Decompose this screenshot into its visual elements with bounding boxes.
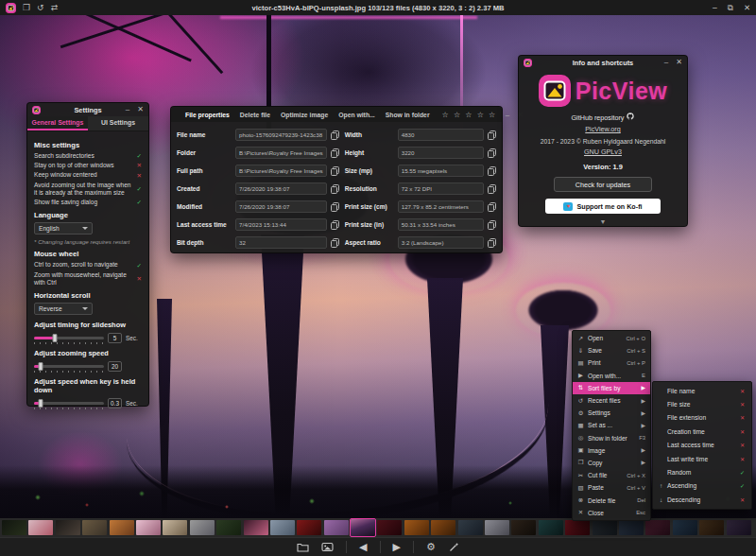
setting-toggle-row[interactable]: Keep window centered ✕ <box>34 171 142 179</box>
property-value-field[interactable]: 15.55 megapixels <box>398 165 484 177</box>
slider-value[interactable]: 5 <box>108 333 122 343</box>
copy-icon[interactable] <box>331 202 339 212</box>
toggle-state-icon[interactable]: ✓ <box>137 185 142 193</box>
open-folder-icon[interactable] <box>297 542 309 552</box>
thumbnail[interactable] <box>216 520 241 535</box>
thumbnail[interactable] <box>699 520 724 535</box>
gallery-icon[interactable]: ❐ <box>23 4 30 12</box>
context-menu-item[interactable]: ▣ Image ▶ <box>573 444 650 457</box>
copy-icon[interactable] <box>331 130 339 140</box>
setting-toggle-row[interactable]: Search subdirectories ✓ <box>34 152 142 160</box>
close-button[interactable]: ✕ <box>744 3 750 13</box>
property-value-field[interactable]: 3220 <box>398 147 484 159</box>
thumbnail[interactable] <box>377 520 402 535</box>
property-value-field[interactable]: 7/26/2020 19:38:07 <box>235 182 327 195</box>
thumbnail[interactable] <box>485 520 509 535</box>
thumbnail[interactable] <box>511 520 536 535</box>
copy-icon[interactable] <box>488 202 496 212</box>
thumbnail[interactable] <box>56 520 80 535</box>
sort-submenu-item[interactable]: Random ✓ <box>653 465 751 478</box>
slider-value[interactable]: 20 <box>108 361 122 372</box>
properties-tab[interactable]: Open with... <box>338 112 375 118</box>
slider-thumb[interactable] <box>39 362 43 371</box>
previous-button[interactable]: ◀ <box>359 542 367 552</box>
copy-icon[interactable] <box>331 148 339 158</box>
minimize-button[interactable]: – <box>126 103 129 116</box>
sort-submenu-item[interactable]: Last write time ✕ <box>653 452 751 465</box>
thumbnail[interactable] <box>645 520 670 535</box>
property-value-field[interactable]: 32 <box>235 236 327 249</box>
copy-icon[interactable] <box>331 166 339 176</box>
thumbnail[interactable] <box>28 520 53 535</box>
thumbnail[interactable] <box>163 520 187 535</box>
thumbnail[interactable] <box>539 520 563 535</box>
close-button[interactable]: ✕ <box>137 103 144 116</box>
thumbnail[interactable] <box>136 520 161 535</box>
rotate-icon[interactable]: ↺ <box>37 4 44 12</box>
sort-submenu-item[interactable]: File name ✕ <box>653 384 751 397</box>
properties-tab[interactable]: File properties <box>185 112 230 118</box>
property-value-field[interactable]: B:\Pictures\Royalty Free Images <box>235 165 327 177</box>
property-value-field[interactable]: 50.31 x 33.54 inches <box>398 218 484 231</box>
setting-toggle-row[interactable]: Show file saving dialog ✓ <box>34 199 142 206</box>
slider-track[interactable] <box>34 337 104 339</box>
context-menu-item[interactable]: ❐ Copy ▶ <box>573 457 650 469</box>
copy-icon[interactable] <box>331 184 339 194</box>
check-for-updates-button[interactable]: Check for updates <box>554 177 652 192</box>
thumbnail[interactable] <box>673 520 697 535</box>
slider-thumb[interactable] <box>53 334 58 342</box>
sort-submenu-item[interactable]: Last access time ✕ <box>653 439 751 452</box>
effects-wand-icon[interactable] <box>448 542 459 553</box>
restore-button[interactable]: ⧉ <box>728 3 733 13</box>
minimize-button[interactable]: – <box>713 3 717 13</box>
context-menu-item[interactable]: ✂ Cut file Ctrl + X <box>573 469 650 481</box>
sort-submenu-item[interactable]: File size ✕ <box>653 397 751 410</box>
properties-tab[interactable]: Delete file <box>240 112 270 118</box>
slider-value[interactable]: 0.3 <box>108 398 122 408</box>
context-menu-item[interactable]: ↺ Recent files ▶ <box>573 394 650 407</box>
setting-toggle-row[interactable]: Stay on top of other windows ✕ <box>34 162 142 169</box>
property-value-field[interactable]: 7/4/2023 15:13:44 <box>235 218 327 231</box>
copy-icon[interactable] <box>488 130 496 140</box>
context-menu-item[interactable]: ▶ Open with... E <box>573 370 650 382</box>
copy-icon[interactable] <box>488 238 496 248</box>
language-dropdown[interactable]: English <box>34 222 93 235</box>
thumbnail[interactable] <box>270 520 295 535</box>
thumbnail[interactable] <box>619 520 644 535</box>
context-menu-item[interactable]: ▧ Paste Ctrl + V <box>573 481 650 494</box>
flip-icon[interactable]: ⇄ <box>51 4 59 12</box>
context-menu-item[interactable]: ⇅ Sort files by ▶ <box>573 382 650 394</box>
toggle-state-icon[interactable]: ✕ <box>137 275 142 283</box>
property-value-field[interactable]: 3:2 (Landscape) <box>398 236 484 249</box>
context-menu-item[interactable]: ▦ Set as ... ▶ <box>573 419 650 431</box>
license-link[interactable]: GNU GPLv3 <box>584 148 622 156</box>
picview-org-link[interactable]: PicView.org <box>585 125 620 133</box>
property-value-field[interactable]: 72 x 72 DPI <box>398 182 484 195</box>
info-titlebar[interactable]: Info and shortcuts – ✕ <box>519 56 687 69</box>
thumbnail[interactable] <box>297 520 321 535</box>
star-rating[interactable]: ☆ ☆ ☆ ☆ ☆ <box>442 111 497 119</box>
gallery-icon[interactable] <box>321 542 334 552</box>
property-value-field[interactable]: 4830 <box>398 129 484 141</box>
sort-submenu-item[interactable]: File extension ✕ <box>653 411 751 425</box>
kofi-support-button[interactable]: ♥ Support me on Ko-fi <box>545 199 661 214</box>
thumbnail[interactable] <box>351 519 375 536</box>
thumbnail[interactable] <box>110 520 134 535</box>
settings-gear-icon[interactable]: ⚙ <box>426 542 436 552</box>
setting-toggle-row[interactable]: Avoid zooming out the image when it is a… <box>34 182 142 197</box>
copy-icon[interactable] <box>331 238 339 248</box>
expand-shortcuts-arrow[interactable]: ▼ <box>600 218 607 225</box>
context-menu-item[interactable]: ▤ Print Ctrl + P <box>573 356 650 369</box>
thumbnail[interactable] <box>565 520 590 535</box>
context-menu-item[interactable]: ✕ Close Esc <box>573 507 650 519</box>
thumbnail[interactable] <box>727 520 751 535</box>
toggle-state-icon[interactable]: ✕ <box>137 172 142 180</box>
copy-icon[interactable] <box>331 220 339 230</box>
context-menu-item[interactable]: ⇓ Save Ctrl + S <box>573 344 650 356</box>
slider-track[interactable] <box>34 365 104 368</box>
thumbnail[interactable] <box>324 520 349 535</box>
toggle-state-icon[interactable]: ✓ <box>137 262 142 269</box>
sort-submenu-item[interactable]: ↓ Descending ✕ <box>653 493 751 506</box>
thumbnail[interactable] <box>244 520 268 535</box>
context-menu-item[interactable]: ↗ Open Ctrl + O <box>573 332 650 344</box>
